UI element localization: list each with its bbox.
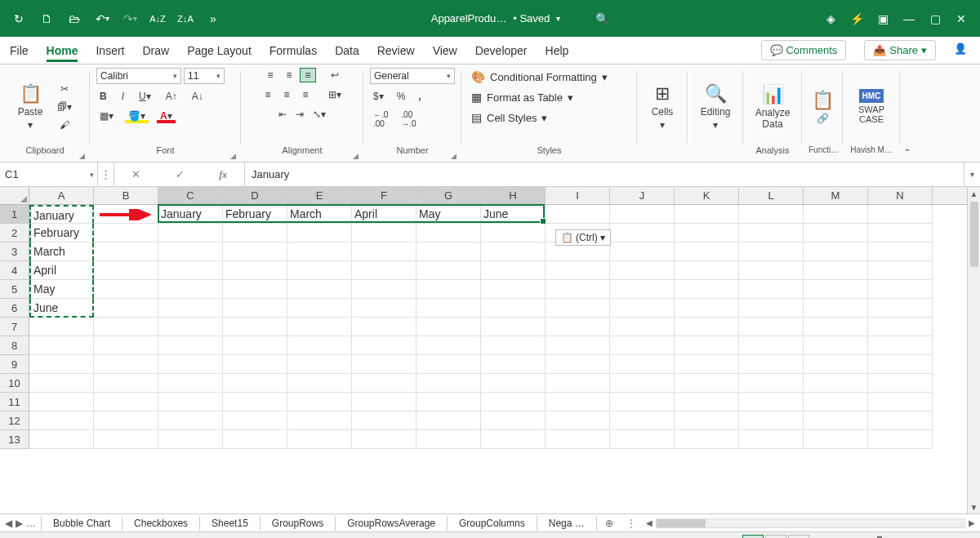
cell-J4[interactable] [610, 261, 675, 280]
account-icon[interactable]: 👤 [954, 42, 970, 59]
ribbon-mode-icon[interactable]: ▣ [872, 8, 893, 29]
cell-E10[interactable] [287, 374, 352, 393]
orientation-button[interactable]: ⤡▾ [310, 107, 329, 122]
cell-D7[interactable] [223, 318, 287, 336]
cell-G12[interactable] [416, 411, 481, 430]
row-header-5[interactable]: 5 [0, 280, 29, 299]
cell-I5[interactable] [546, 280, 610, 299]
scroll-up-icon[interactable]: ▲ [968, 187, 980, 200]
col-header-M[interactable]: M [804, 187, 868, 204]
cell-G9[interactable] [416, 355, 481, 374]
tab-home[interactable]: Home [47, 39, 78, 62]
col-header-H[interactable]: H [481, 187, 546, 204]
align-left-button[interactable]: ≡ [260, 87, 276, 102]
tab-file[interactable]: File [10, 39, 29, 62]
search-icon[interactable]: 🔍 [591, 8, 612, 29]
launcher-icon[interactable]: ◢ [230, 152, 236, 160]
cell-I7[interactable] [546, 318, 610, 336]
cell-B7[interactable] [94, 318, 158, 336]
comments-button[interactable]: 💬 Comments [761, 40, 846, 60]
cut-button[interactable]: ✂ [54, 82, 75, 96]
cell-G4[interactable] [416, 261, 481, 280]
sheet-next-icon[interactable]: ▶ [16, 518, 23, 529]
cell-E12[interactable] [287, 411, 352, 430]
cell-M10[interactable] [804, 374, 868, 393]
cell-E4[interactable] [287, 261, 352, 280]
col-header-E[interactable]: E [287, 187, 352, 204]
cell-G11[interactable] [416, 393, 481, 411]
cell-N2[interactable] [868, 224, 933, 242]
cell-B3[interactable] [94, 242, 158, 261]
cell-J11[interactable] [610, 393, 675, 411]
cell-K3[interactable] [675, 242, 739, 261]
cell-B11[interactable] [94, 393, 158, 411]
diamond-icon[interactable]: ◈ [820, 8, 841, 29]
cell-B5[interactable] [94, 280, 158, 299]
conditional-formatting-button[interactable]: 🎨Conditional Formatting▾ [468, 68, 630, 86]
cell-F9[interactable] [352, 355, 416, 374]
row-header-6[interactable]: 6 [0, 299, 29, 318]
cell-E13[interactable] [287, 430, 352, 449]
cell-F2[interactable] [352, 224, 416, 242]
tab-insert[interactable]: Insert [96, 39, 124, 62]
horizontal-scrollbar[interactable]: ◀ ▶ [641, 518, 980, 528]
cell-M1[interactable] [804, 205, 868, 224]
tab-data[interactable]: Data [335, 39, 359, 62]
col-header-K[interactable]: K [675, 187, 739, 204]
cell-L11[interactable] [739, 393, 804, 411]
cell-K13[interactable] [675, 430, 739, 449]
cell-A2[interactable]: February [29, 224, 94, 242]
enter-icon[interactable]: ✓ [176, 168, 185, 180]
cell-G13[interactable] [416, 430, 481, 449]
cell-F6[interactable] [352, 299, 416, 318]
cell-B10[interactable] [94, 374, 158, 393]
cell-C5[interactable] [158, 280, 223, 299]
paste-options-flyout[interactable]: 📋 (Ctrl) ▾ [555, 229, 611, 246]
cell-H13[interactable] [481, 430, 546, 449]
cell-D5[interactable] [223, 280, 287, 299]
cell-F3[interactable] [352, 242, 416, 261]
cell-H5[interactable] [481, 280, 546, 299]
cell-I10[interactable] [546, 374, 610, 393]
cell-G1[interactable]: May [416, 205, 481, 224]
merge-button[interactable]: ⊞▾ [325, 87, 345, 102]
tab-formulas[interactable]: Formulas [270, 39, 317, 62]
cell-F7[interactable] [352, 318, 416, 336]
cell-B9[interactable] [94, 355, 158, 374]
cell-C3[interactable] [158, 242, 223, 261]
cell-K7[interactable] [675, 318, 739, 336]
cell-L8[interactable] [739, 336, 804, 355]
cell-N3[interactable] [868, 242, 933, 261]
cell-H3[interactable] [481, 242, 546, 261]
cell-J12[interactable] [610, 411, 675, 430]
cell-M9[interactable] [804, 355, 868, 374]
cell-G5[interactable] [416, 280, 481, 299]
cell-N9[interactable] [868, 355, 933, 374]
cell-N10[interactable] [868, 374, 933, 393]
col-header-A[interactable]: A [29, 187, 94, 204]
row-header-1[interactable]: 1 [0, 205, 29, 224]
cell-D12[interactable] [223, 411, 287, 430]
cell-C13[interactable] [158, 430, 223, 449]
cell-M8[interactable] [804, 336, 868, 355]
cell-K1[interactable] [675, 205, 739, 224]
cell-N4[interactable] [868, 261, 933, 280]
cell-G6[interactable] [416, 299, 481, 318]
cell-H6[interactable] [481, 299, 546, 318]
cell-L6[interactable] [739, 299, 804, 318]
analyze-data-button[interactable]: 📊Analyze Data [750, 82, 795, 131]
cell-N5[interactable] [868, 280, 933, 299]
row-header-12[interactable]: 12 [0, 411, 29, 430]
cell-B4[interactable] [94, 261, 158, 280]
tab-page-layout[interactable]: Page Layout [187, 39, 252, 62]
cell-C12[interactable] [158, 411, 223, 430]
cell-K8[interactable] [675, 336, 739, 355]
cell-H9[interactable] [481, 355, 546, 374]
underline-button[interactable]: U ▾ [136, 89, 154, 104]
scroll-thumb[interactable] [657, 519, 706, 527]
cell-A9[interactable] [29, 355, 94, 374]
cell-B2[interactable] [94, 224, 158, 242]
editing-button[interactable]: 🔍Editing▾ [694, 82, 737, 132]
select-all-button[interactable] [0, 187, 29, 204]
cell-C10[interactable] [158, 374, 223, 393]
